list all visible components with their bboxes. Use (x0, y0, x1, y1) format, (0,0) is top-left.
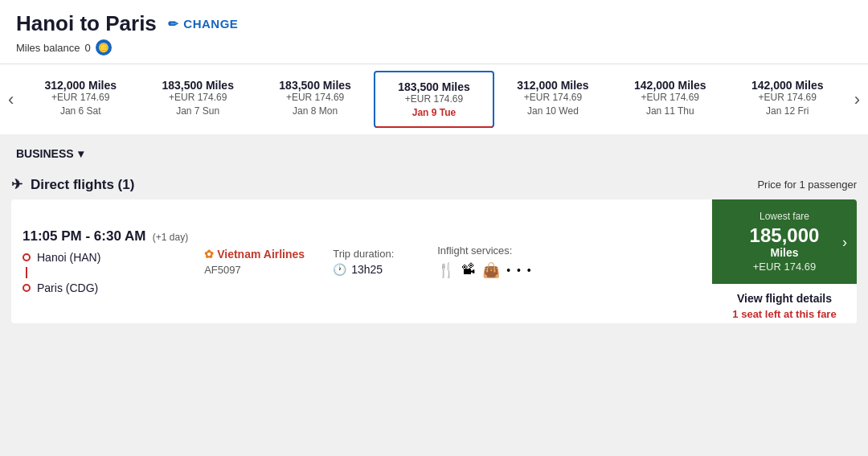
airline-name: Vietnam Airlines (217, 248, 305, 261)
date-miles-2: 183,500 Miles (260, 79, 371, 92)
page-title: Hanoi to Paris (16, 11, 157, 36)
inflight-label: Inflight services: (437, 244, 542, 257)
dest-dot (23, 284, 31, 292)
date-day-4: Jan 10 Wed (497, 105, 608, 117)
view-details-container: View flight details 1 seat left at this … (712, 284, 857, 323)
flight-time: 11:05 PM - 6:30 AM (23, 228, 145, 244)
flights-header: ✈ Direct flights (1) Price for 1 passeng… (11, 166, 857, 199)
fare-eur: +EUR 174.69 (753, 261, 816, 273)
date-eur-4: +EUR 174.69 (497, 92, 608, 103)
bag-icon: 👜 (482, 261, 500, 279)
date-cell-0[interactable]: 312,000 Miles +EUR 174.69 Jan 6 Sat (22, 71, 139, 128)
date-slider: ‹ 312,000 Miles +EUR 174.69 Jan 6 Sat 18… (0, 64, 868, 134)
trip-duration: Trip duration: 🕐 13h25 (333, 248, 421, 276)
date-day-0: Jan 6 Sat (25, 105, 136, 117)
fare-arrow-icon: › (842, 233, 847, 250)
chevron-down-icon: ▾ (78, 147, 84, 160)
date-miles-5: 142,000 Miles (615, 79, 726, 92)
dest-city: Paris (CDG) (37, 281, 98, 294)
view-details-link[interactable]: View flight details (722, 292, 847, 305)
passenger-info: Price for 1 passenger (757, 179, 857, 191)
date-eur-0: +EUR 174.69 (25, 92, 136, 103)
route-connector (26, 267, 27, 278)
date-cell-5[interactable]: 142,000 Miles +EUR 174.69 Jan 11 Thu (612, 71, 729, 128)
origin-dot (23, 253, 31, 261)
seat-warning: 1 seat left at this fare (722, 308, 847, 320)
clock-icon: 🕐 (333, 263, 346, 276)
flights-title: Direct flights (1) (31, 177, 134, 193)
plane-icon: ✈ (11, 176, 23, 193)
date-miles-0: 312,000 Miles (25, 79, 136, 92)
duration-label: Trip duration: (333, 248, 421, 260)
more-services-icon: • • • (506, 264, 532, 277)
flights-section: ✈ Direct flights (1) Price for 1 passeng… (0, 166, 868, 335)
cabin-dropdown[interactable]: BUSINESS ▾ (16, 147, 852, 160)
date-day-2: Jan 8 Mon (260, 105, 371, 117)
origin-city: Hanoi (HAN) (37, 251, 100, 264)
cabin-label: BUSINESS (16, 147, 74, 160)
flower-icon: ✿ (204, 248, 214, 261)
date-eur-1: +EUR 174.69 (142, 92, 253, 103)
date-eur-5: +EUR 174.69 (615, 92, 726, 103)
date-cell-3[interactable]: 183,500 Miles +EUR 174.69 Jan 9 Tue (374, 71, 494, 128)
slider-prev-button[interactable]: ‹ (0, 89, 22, 110)
slider-next-button[interactable]: › (846, 89, 868, 110)
fare-lowest-label: Lowest fare (760, 211, 809, 222)
date-day-1: Jan 7 Sun (142, 105, 253, 117)
miles-balance-label: Miles balance (16, 42, 80, 54)
date-cell-4[interactable]: 312,000 Miles +EUR 174.69 Jan 10 Wed (494, 71, 612, 128)
date-miles-3: 183,500 Miles (379, 80, 489, 93)
change-button[interactable]: ✏ CHANGE (168, 17, 239, 31)
date-miles-6: 142,000 Miles (732, 79, 843, 92)
duration-value: 13h25 (351, 263, 383, 276)
fare-miles-unit: Miles (770, 246, 798, 259)
date-eur-2: +EUR 174.69 (260, 92, 371, 103)
date-cell-2[interactable]: 183,500 Miles +EUR 174.69 Jan 8 Mon (256, 71, 374, 128)
flight-card: 11:05 PM - 6:30 AM (+1 day) Hanoi (HAN) … (11, 199, 857, 323)
price-panel: Lowest fare 185,000 Miles +EUR 174.69 › … (712, 199, 857, 323)
movie-icon: 📽 (461, 261, 476, 278)
date-eur-6: +EUR 174.69 (732, 92, 843, 103)
airline-info: ✿ Vietnam Airlines AF5097 (204, 248, 317, 276)
pencil-icon: ✏ (168, 17, 179, 31)
fare-miles: 185,000 (750, 225, 820, 246)
date-cell-1[interactable]: 183,500 Miles +EUR 174.69 Jan 7 Sun (139, 71, 256, 128)
flight-time-route: 11:05 PM - 6:30 AM (+1 day) Hanoi (HAN) … (23, 228, 188, 294)
date-day-6: Jan 12 Fri (732, 105, 843, 117)
inflight-services: Inflight services: 🍴 📽 👜 • • • (437, 244, 542, 279)
miles-balance-value: 0 (85, 42, 91, 54)
date-miles-1: 183,500 Miles (142, 79, 253, 92)
date-miles-4: 312,000 Miles (497, 79, 608, 92)
date-cell-6[interactable]: 142,000 Miles +EUR 174.69 Jan 12 Fri (729, 71, 846, 128)
cabin-section: BUSINESS ▾ (0, 134, 868, 166)
change-label: CHANGE (183, 17, 238, 31)
fare-box[interactable]: Lowest fare 185,000 Miles +EUR 174.69 › (712, 199, 857, 284)
meal-icon: 🍴 (437, 261, 455, 279)
date-cells: 312,000 Miles +EUR 174.69 Jan 6 Sat 183,… (22, 71, 845, 128)
miles-badge-icon: 🪙 (96, 39, 112, 55)
date-day-3: Jan 9 Tue (379, 107, 489, 118)
date-eur-3: +EUR 174.69 (379, 93, 489, 105)
date-day-5: Jan 11 Thu (615, 105, 726, 117)
flight-number: AF5097 (204, 264, 241, 276)
flight-day-change: (+1 day) (153, 232, 188, 243)
